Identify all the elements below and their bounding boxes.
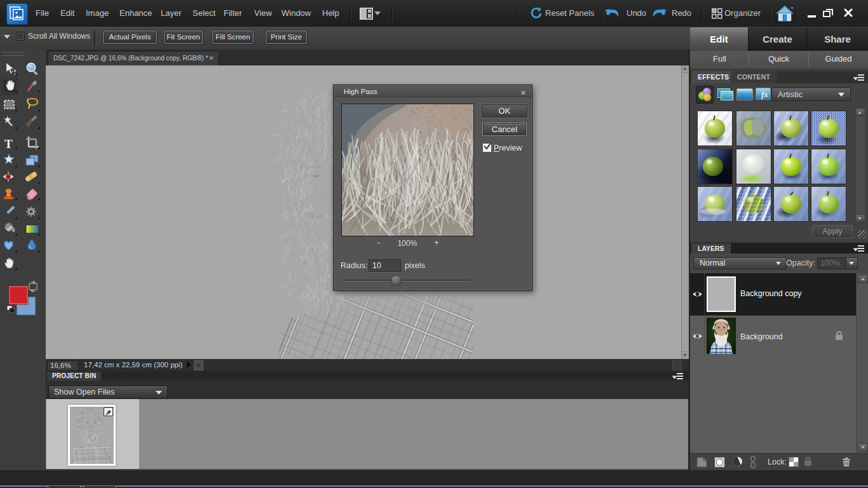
- svg-text:T: T: [4, 137, 13, 151]
